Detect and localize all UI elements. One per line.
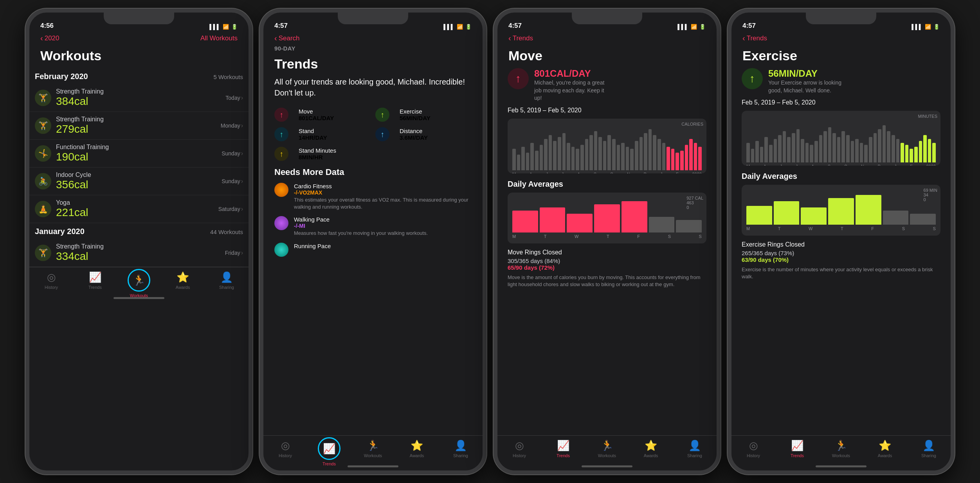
tab-history-1[interactable]: ◎ History [29, 271, 73, 290]
tab-sharing-label-2: Sharing [453, 453, 468, 458]
battery-icon-3: 🔋 [699, 24, 706, 30]
workout-row-jan-0[interactable]: 🏋️ Strength Training 334cal Friday › [29, 239, 249, 267]
nav-back-label-3: Trends [513, 34, 533, 42]
workout-row-3[interactable]: 🚴 Indoor Cycle 356cal Sunday › [29, 168, 249, 195]
section-header-jan: January 2020 44 Workouts [29, 223, 249, 239]
move-bar-32 [658, 139, 661, 170]
move-bar-26 [630, 149, 634, 170]
tab-trends-3[interactable]: 📈 Trends [541, 440, 585, 458]
tab-sharing-label-4: Sharing [921, 453, 936, 458]
workout-row-1[interactable]: 🏋️ Strength Training 279cal Monday › [29, 112, 249, 140]
move-bar-12 [567, 143, 570, 170]
move-bar-28 [640, 137, 643, 170]
status-time-2: 4:57 [274, 22, 288, 30]
exercise-avg-chart: 69 MIN 34 0 M T W T F S S [742, 185, 940, 236]
needs-more-data-title: Needs More Data [274, 167, 472, 177]
tab-trends-1[interactable]: 📈 Trends [73, 271, 117, 290]
status-bar-1: 4:56 ▌▌▌ 📶 🔋 [29, 13, 249, 32]
nav-back-label-1: 2020 [45, 34, 59, 42]
awards-icon-1: ⭐ [177, 271, 189, 283]
nav-back-3[interactable]: ‹ Trends [508, 34, 533, 43]
nav-action-1[interactable]: All Workouts [200, 34, 238, 42]
cardio-icon [274, 183, 288, 197]
workout-icon-3: 🚴 [35, 173, 51, 189]
tab-sharing-1[interactable]: 👤 Sharing [205, 271, 249, 290]
page-title-2: Trends [263, 53, 483, 76]
exercise-avg-zero: 0 [924, 197, 937, 202]
tab-sharing-3[interactable]: 👤 Sharing [673, 440, 717, 458]
workout-row-2[interactable]: 🤸 Functional Training 190cal Sunday › [29, 140, 249, 168]
walking-icon [274, 216, 288, 230]
workout-icon-0: 🏋️ [35, 90, 51, 106]
tab-trends-2[interactable]: 📈 Trends [307, 440, 351, 466]
move-avg-chart: 927 CAL 463 0 M T W T F S S [508, 193, 706, 243]
tab-workouts-1[interactable]: 🏃 Workouts [117, 271, 161, 298]
workout-name-1: Strength Training [56, 116, 221, 123]
exercise-avg-mid: 34 [924, 193, 937, 197]
workout-date-3: Sunday › [222, 178, 243, 185]
tab-awards-3[interactable]: ⭐ Awards [629, 440, 673, 458]
move-avg-mid: 463 [686, 200, 703, 205]
workout-info-jan-0: Strength Training 334cal [56, 243, 225, 263]
exercise-rings-highlight: 63/90 days (70%) [742, 256, 940, 263]
status-time-4: 4:57 [742, 22, 756, 30]
tab-history-4[interactable]: ◎ History [731, 440, 775, 458]
home-indicator-4 [816, 465, 867, 467]
page-title-3: Move [497, 45, 717, 68]
move-bar-6 [540, 145, 543, 170]
tab-bar-1: ◎ History 📈 Trends 🏃 Workouts ⭐ Awards 👤… [29, 267, 249, 302]
nav-back-4[interactable]: ‹ Trends [742, 34, 767, 43]
tab-trends-4[interactable]: 📈 Trends [775, 440, 819, 458]
move-avg-bar-3 [594, 204, 620, 232]
tab-awards-2[interactable]: ⭐ Awards [395, 440, 439, 458]
nav-back-1[interactable]: ‹ 2020 [40, 34, 59, 43]
exercise-bar-15 [814, 141, 818, 162]
workout-row-0[interactable]: 🏋️ Strength Training 384cal Today › [29, 84, 249, 112]
tab-awards-4[interactable]: ⭐ Awards [863, 440, 907, 458]
tab-history-3[interactable]: ◎ History [497, 440, 541, 458]
exercise-avg-bar-1 [774, 201, 800, 225]
status-icons-3: ▌▌▌ 📶 🔋 [677, 24, 706, 30]
exercise-bar-24 [855, 139, 859, 162]
workouts-icon-3: 🏃 [601, 440, 613, 452]
move-chart: CALORIES M A J J A S O N D J F 2020 [508, 119, 706, 173]
stand-arrow: ↑ [274, 127, 288, 141]
workout-icon-2: 🤸 [35, 145, 51, 162]
exercise-bar-25 [860, 143, 863, 162]
exercise-bar-41 [932, 143, 936, 162]
needs-walking-text: Walking Pace -/-MI Measures how fast you… [294, 216, 428, 237]
exercise-bar-37 [914, 147, 918, 162]
move-bar-25 [626, 147, 629, 170]
move-chart-label: CALORIES [681, 122, 703, 126]
move-bar-34 [667, 147, 670, 170]
page-title-1: Workouts [29, 45, 249, 68]
workout-name-3: Indoor Cycle [56, 171, 222, 178]
wifi-icon-3: 📶 [691, 24, 697, 30]
nav-back-label-2: Search [279, 34, 300, 42]
trend-distance-label: Distance [400, 128, 428, 134]
tab-workouts-4[interactable]: 🏃 Workouts [819, 440, 863, 458]
tab-awards-label-2: Awards [410, 453, 424, 458]
exercise-avg-bar-0 [746, 206, 772, 225]
move-rings-main: 305/365 days (84%) [508, 258, 706, 264]
workout-row-4[interactable]: 🧘 Yoga 221cal Saturday › [29, 195, 249, 223]
signal-icon-3: ▌▌▌ [677, 24, 688, 30]
tab-bar-2: ◎ History 📈 Trends 🏃 Workouts ⭐ Awards 👤… [263, 435, 483, 470]
tab-history-2[interactable]: ◎ History [263, 440, 307, 458]
exercise-bar-2 [755, 141, 759, 162]
exercise-bar-18 [828, 127, 832, 162]
move-bar-38 [685, 145, 688, 170]
tab-awards-1[interactable]: ⭐ Awards [161, 271, 205, 290]
tab-sharing-2[interactable]: 👤 Sharing [439, 440, 483, 458]
move-bar-20 [603, 141, 607, 170]
trend-move-value: 801CAL/DAY [299, 115, 334, 121]
tab-workouts-2[interactable]: 🏃 Workouts [351, 440, 395, 458]
sharing-icon-2: 👤 [454, 440, 467, 452]
exercise-bar-33 [896, 139, 900, 162]
move-bar-7 [544, 139, 548, 170]
tab-sharing-4[interactable]: 👤 Sharing [907, 440, 951, 458]
trend-standmin-label: Stand Minutes [299, 147, 336, 154]
tab-workouts-3[interactable]: 🏃 Workouts [585, 440, 629, 458]
exercise-bar-30 [883, 125, 886, 162]
nav-back-2[interactable]: ‹ Search [274, 34, 300, 43]
